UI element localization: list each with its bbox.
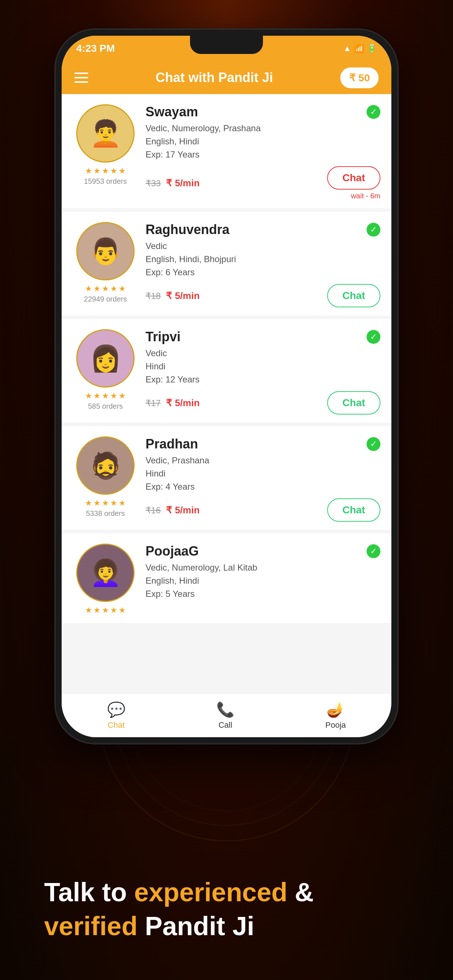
nav-item-chat[interactable]: 💬 Chat [107,701,126,730]
pandit-languages: Hindi [145,467,380,480]
avatar-emoji: 👩 [90,344,121,373]
bottom-text-experienced: experienced [134,878,287,907]
header-balance[interactable]: ₹ 50 [340,67,379,88]
battery-icon: 🔋 [367,44,377,53]
pandit-info: Tripvi ✓ Vedic Hindi Exp: 12 Years ₹17 ₹… [145,329,380,415]
pandit-card-3: 👩 ★★★★★ 585 orders Tripvi ✓ Vedic Hindi … [62,319,391,423]
avatar-emoji: 🧑‍🦱 [90,118,121,148]
pandit-name: Tripvi [145,329,180,345]
verified-badge: ✓ [367,105,380,119]
pandit-languages: English, Hindi [145,574,380,587]
nav-icon-chat: 💬 [107,701,126,718]
menu-line-1 [74,73,88,74]
pandit-languages: English, Hindi [145,135,380,148]
price-original: ₹16 [145,505,161,515]
chat-button[interactable]: Chat [327,391,380,415]
star-icon: ★ [102,498,109,508]
header-title: Chat with Pandit Ji [156,70,273,85]
bottom-text-ampersand: & [287,878,314,907]
phone-screen: 4:23 PM ▲ 📶 🔋 Chat with Pandit Ji ₹ 50 [62,36,391,737]
pandit-name-row: Tripvi ✓ [145,329,380,345]
star-icon: ★ [110,498,118,508]
pandit-info: PoojaaG ✓ Vedic, Numerology, Lal Kitab E… [145,544,380,600]
avatar-emoji: 👨 [90,236,121,266]
star-icon: ★ [85,284,92,293]
star-icon: ★ [85,498,92,508]
bottom-text-verified: verified [44,912,137,940]
nav-item-pooja[interactable]: 🪔 Pooja [325,701,346,730]
stars-row: ★★★★★ [85,391,126,401]
avatar-circle: 👨 [76,222,135,280]
pandit-name-row: PoojaaG ✓ [145,544,380,559]
star-icon: ★ [93,391,100,401]
chat-button[interactable]: Chat [327,498,380,522]
avatar-wrap: 👩 ★★★★★ 585 orders [73,329,138,410]
avatar-wrap: 🧑‍🦱 ★★★★★ 15953 orders [73,104,138,186]
price-row: ₹17 ₹ 5/min Chat [145,391,380,415]
star-icon: ★ [118,606,126,615]
pandit-name: Raghuvendra [145,222,230,237]
bottom-nav: 💬 Chat 📞 Call 🪔 Pooja [62,694,391,737]
verified-badge: ✓ [367,330,380,344]
nav-label-pooja: Pooja [325,721,346,730]
price-info: ₹33 ₹ 5/min [145,178,199,189]
pandit-name: PoojaaG [145,544,199,559]
verified-badge: ✓ [367,223,380,237]
star-icon: ★ [118,391,126,401]
chat-btn-wrap: Chat [327,391,380,415]
chat-button[interactable]: Chat [327,284,380,307]
star-icon: ★ [85,391,92,401]
menu-line-2 [74,77,88,78]
star-icon: ★ [110,606,118,615]
pandit-languages: English, Hindi, Bhojpuri [145,253,380,266]
pandit-specialties: Vedic [145,240,380,253]
pandit-card-2: 👨 ★★★★★ 22949 orders Raghuvendra ✓ Vedic… [62,212,391,315]
pandit-name: Pradhan [145,436,198,452]
star-icon: ★ [110,284,118,293]
avatar-wrap: 👨 ★★★★★ 22949 orders [73,222,138,303]
nav-icon-call: 📞 [216,701,234,718]
stars-row: ★★★★★ [85,166,126,176]
price-original: ₹33 [145,178,161,188]
avatar-emoji: 🧔 [90,450,121,480]
price-row: ₹18 ₹ 5/min Chat [145,284,380,307]
pandit-experience: Exp: 4 Years [145,480,380,493]
star-icon: ★ [118,284,126,293]
pandit-name-row: Raghuvendra ✓ [145,222,380,237]
chat-btn-wrap: Chat wait - 6m [327,166,380,200]
price-current: ₹ 5/min [166,398,199,408]
star-icon: ★ [102,166,109,176]
price-current: ₹ 5/min [166,290,199,301]
star-icon: ★ [93,606,100,615]
pandit-specialties: Vedic [145,347,380,360]
pandit-info: Swayam ✓ Vedic, Numerology, Prashana Eng… [145,104,380,200]
phone-frame: 4:23 PM ▲ 📶 🔋 Chat with Pandit Ji ₹ 50 [55,29,398,744]
price-original: ₹18 [145,291,161,301]
nav-label-chat: Chat [108,721,124,730]
phone-notch [190,36,263,54]
nav-label-call: Call [219,721,232,730]
nav-item-call[interactable]: 📞 Call [216,701,234,730]
bottom-text-section: Talk to experienced & verified Pandit Ji [44,875,409,943]
status-time: 4:23 PM [76,43,115,54]
star-icon: ★ [85,606,92,615]
chat-btn-wrap: Chat [327,284,380,307]
star-icon: ★ [110,391,118,401]
nav-icon-pooja: 🪔 [327,701,345,718]
star-icon: ★ [102,391,109,401]
bottom-heading: Talk to experienced & verified Pandit Ji [44,875,409,943]
pandit-list: 🧑‍🦱 ★★★★★ 15953 orders Swayam ✓ Vedic, N… [62,94,391,694]
chat-button[interactable]: Chat [327,166,380,189]
avatar-circle: 👩‍🦱 [76,544,135,602]
stars-row: ★★★★★ [85,606,126,615]
bottom-text-line1-start: Talk to [44,878,134,907]
pandit-specialties: Vedic, Numerology, Prashana [145,122,380,135]
pandit-info: Pradhan ✓ Vedic, Prashana Hindi Exp: 4 Y… [145,436,380,522]
pandit-specialties: Vedic, Prashana [145,454,380,467]
menu-button[interactable] [74,73,88,83]
chat-btn-wrap: Chat [327,498,380,522]
pandit-name: Swayam [145,104,198,119]
avatar-circle: 🧑‍🦱 [76,104,135,162]
verified-badge: ✓ [367,437,380,451]
star-icon: ★ [102,606,109,615]
